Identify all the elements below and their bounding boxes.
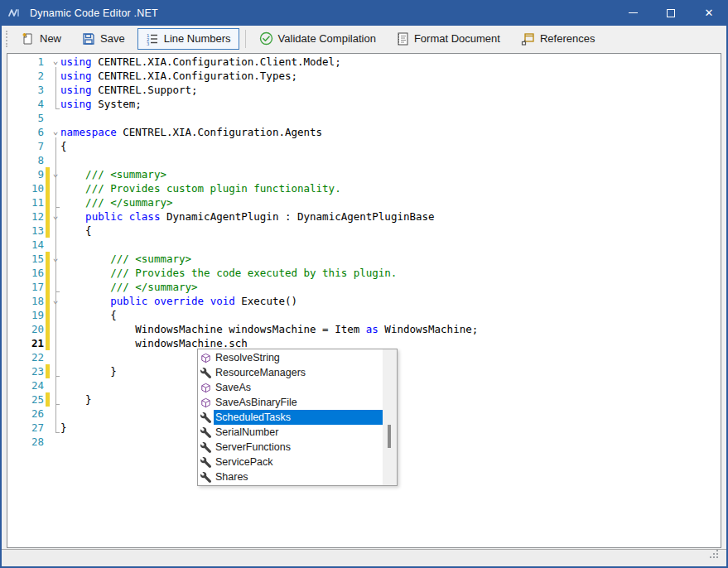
intellisense-item-label: SerialNumber [214,425,383,440]
property-wrench-icon [198,442,214,453]
new-label: New [40,32,61,45]
code-text: { [60,224,92,238]
code-text: /// <summary> [60,252,191,266]
save-button[interactable]: Save [74,28,133,50]
titlebar[interactable]: Dynamic Code Editor .NET ✕ [0,0,728,26]
change-bar [44,392,51,407]
resize-grip-icon[interactable] [708,548,720,563]
code-line: 7{ [7,139,721,153]
code-text: using System; [60,97,142,111]
svg-text:3: 3 [147,41,149,46]
change-bar [44,364,51,378]
line-number: 14 [7,238,44,252]
intellisense-item[interactable]: SaveAs [198,380,383,395]
fold-margin [51,111,60,125]
code-text: /// Provides the code executed by this p… [60,266,397,280]
line-number: 28 [7,435,44,449]
waveform-logo-icon [8,7,23,18]
intellisense-item[interactable]: ResourceManagers [198,365,383,380]
line-number: 7 [7,139,44,153]
code-text: public class DynamicAgentPlugin : Dynami… [60,209,435,224]
fold-guide-end [55,404,60,405]
line-number: 11 [7,195,44,209]
close-icon: ✕ [705,7,714,18]
change-bar-empty [44,350,51,364]
app-window: Dynamic Code Editor .NET ✕ NewSave123Lin… [0,0,728,568]
intellisense-item[interactable]: ServicePack [198,455,383,469]
intellisense-item-label: ResolveString [214,350,383,365]
format-document-button[interactable]: Format Document [388,28,509,50]
fold-guide-line [55,137,56,432]
intellisense-popup: ResolveStringResourceManagersSaveAsSaveA… [197,349,398,486]
fold-guide-line [55,67,56,108]
intellisense-list: ResolveStringResourceManagersSaveAsSaveA… [198,350,383,484]
line-number: 6 [7,125,44,139]
maximize-button[interactable] [652,0,690,26]
code-text: { [60,308,117,322]
save-label: Save [100,32,125,45]
popup-scrollbar-thumb[interactable] [388,425,391,448]
intellisense-item[interactable]: Shares [198,469,383,484]
change-bar-empty [44,238,51,252]
validate-compilation-button[interactable]: Validate Compilation [251,27,384,50]
toolbar-grip[interactable] [6,31,10,47]
code-line: 19 { [7,308,721,322]
line-number: 15 [7,252,44,266]
intellisense-item[interactable]: SaveAsBinaryFile [198,395,383,410]
line-numbers-button[interactable]: 123Line Numbers [137,28,239,50]
code-line: 6⌄namespace CENTREL.XIA.Configuration.Ag… [7,125,721,139]
change-bar-empty [44,125,51,139]
change-bar-empty [44,139,51,153]
new-document-icon [22,32,35,46]
intellisense-item[interactable]: ScheduledTasks [198,410,383,425]
line-number: 19 [7,308,44,322]
references-button[interactable]: References [513,28,603,50]
change-bar [44,167,51,181]
line-number: 2 [7,69,44,83]
property-wrench-icon [198,472,214,483]
fold-guide-end [55,376,60,377]
code-line: 18⌄ public override void Execute() [7,294,721,308]
change-bar [44,336,51,350]
code-text: } [60,421,67,435]
code-text: { [60,139,67,153]
toolbar: NewSave123Line NumbersValidate Compilati… [2,26,726,51]
code-line: 2using CENTREL.XIA.Configuration.Types; [7,69,721,83]
code-line: 9⌄ /// <summary> [7,167,721,181]
intellisense-item-label: ServicePack [214,455,383,469]
code-line: 10 /// Provides custom plugin functional… [7,181,721,195]
change-bar-empty [44,111,51,125]
property-wrench-icon [198,427,214,438]
intellisense-item-label: ResourceManagers [214,365,383,380]
change-bar-empty [44,153,51,167]
fold-guide-end [55,108,60,109]
references-icon [521,32,535,46]
change-bar [44,252,51,266]
code-text: WindowsMachine windowsMachine = Item as … [60,322,478,336]
line-number: 10 [7,181,44,195]
fold-margin [51,435,60,449]
fold-guide-end [55,207,60,208]
popup-scrollbar[interactable] [383,349,397,485]
code-line: 8 [7,153,721,167]
intellisense-item[interactable]: ServerFunctions [198,440,383,455]
change-bar [44,280,51,294]
minimize-button[interactable] [614,0,652,26]
code-text: } [60,364,117,378]
change-bar-empty [44,435,51,449]
change-bar-empty [44,55,51,69]
intellisense-item[interactable]: ResolveString [198,350,383,365]
line-number: 27 [7,421,44,435]
code-line: 1⌄using CENTREL.XIA.Configuration.Client… [7,55,721,69]
line-number: 26 [7,407,44,421]
new-button[interactable]: New [13,28,70,50]
line-number: 20 [7,322,44,336]
line-number: 1 [7,55,44,69]
change-bar [44,322,51,336]
intellisense-item[interactable]: SerialNumber [198,425,383,440]
change-bar-empty [44,378,51,392]
line-number: 8 [7,153,44,167]
line-number: 12 [7,209,44,224]
close-button[interactable]: ✕ [690,0,728,26]
line-number: 4 [7,97,44,111]
